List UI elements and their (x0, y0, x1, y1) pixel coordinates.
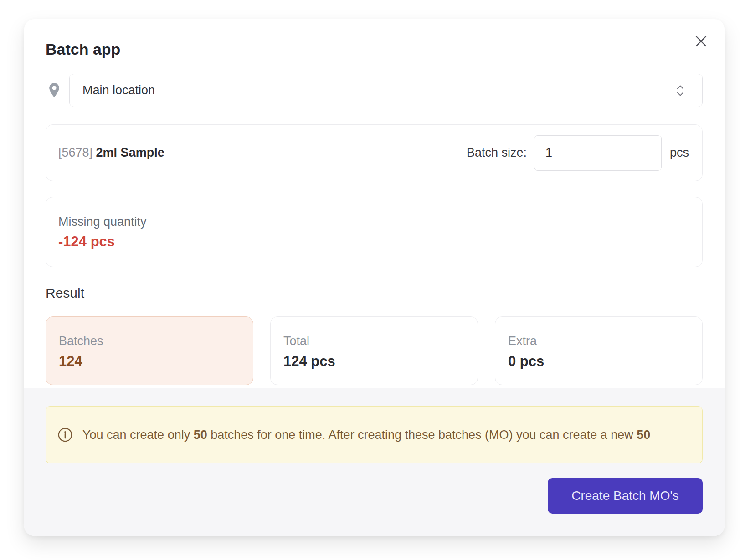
batch-size-unit: pcs (670, 146, 689, 160)
location-select-value: Main location (82, 83, 155, 97)
info-icon (57, 427, 73, 443)
create-batch-mos-button[interactable]: Create Batch MO's (548, 478, 703, 514)
location-row: Main location (46, 74, 703, 107)
result-card-value: 124 pcs (283, 353, 465, 370)
notice-text-bold: 50 (637, 428, 650, 442)
chevron-up-down-icon (677, 85, 684, 96)
missing-quantity-card: Missing quantity -124 pcs (46, 197, 703, 267)
info-icon-slot (57, 427, 82, 443)
close-icon (695, 35, 707, 47)
location-pin-icon (48, 83, 60, 98)
result-card-extra: Extra 0 pcs (495, 316, 703, 385)
batch-size-group: Batch size: pcs (467, 135, 689, 171)
product-code: [5678] (58, 146, 92, 159)
notice-text: You can create only 50 batches for one t… (82, 425, 650, 445)
batch-size-input[interactable] (534, 135, 662, 171)
product-title: 2ml Sample (96, 146, 164, 159)
result-cards-row: Batches 124 Total 124 pcs Extra 0 pcs (46, 316, 703, 385)
notice-text-part: batches for one time. After creating the… (207, 428, 637, 442)
notice-text-bold: 50 (194, 428, 207, 442)
result-card-batches: Batches 124 (46, 316, 253, 385)
result-card-value: 124 (59, 353, 240, 370)
dialog-title: Batch app (46, 40, 703, 58)
dialog-body: Batch app Main location (24, 19, 725, 385)
result-card-label: Total (283, 334, 465, 348)
footer-actions: Create Batch MO's (46, 478, 703, 514)
close-button[interactable] (691, 31, 711, 51)
result-card-label: Batches (59, 334, 240, 348)
dialog-footer: You can create only 50 batches for one t… (24, 388, 725, 536)
notice-text-part: You can create only (82, 428, 194, 442)
location-select[interactable]: Main location (69, 74, 703, 107)
notice-banner: You can create only 50 batches for one t… (46, 406, 703, 463)
batch-size-label: Batch size: (467, 146, 527, 160)
result-heading: Result (46, 286, 703, 300)
product-card: [5678] 2ml Sample Batch size: pcs (46, 124, 703, 181)
batch-app-dialog: Batch app Main location (24, 19, 725, 536)
result-card-value: 0 pcs (508, 353, 689, 370)
result-card-total: Total 124 pcs (270, 316, 478, 385)
missing-quantity-value: -124 pcs (58, 234, 690, 250)
location-pin-slot (46, 83, 69, 98)
result-card-label: Extra (508, 334, 689, 348)
product-name: [5678] 2ml Sample (58, 146, 164, 160)
missing-quantity-label: Missing quantity (58, 214, 690, 229)
